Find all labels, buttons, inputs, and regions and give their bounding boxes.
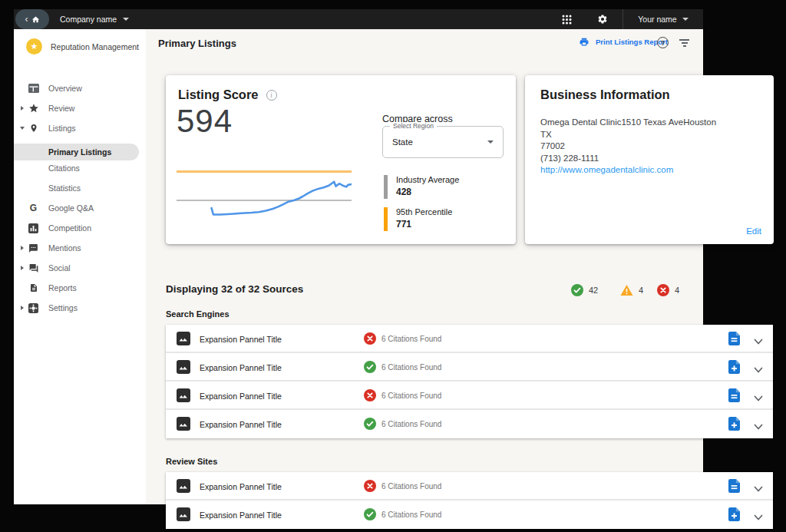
sidebar-item-statistics[interactable]: Statistics [14, 178, 146, 198]
chevron-down-icon[interactable] [754, 482, 763, 496]
legend-bar [384, 207, 388, 231]
summary-warning: 4 [620, 284, 643, 296]
document-icon [28, 282, 39, 294]
chevron-down-icon[interactable] [754, 511, 763, 524]
sidebar-item-social[interactable]: Social [14, 258, 146, 278]
document-add-icon[interactable] [728, 360, 740, 377]
sidebar-item-competition[interactable]: Competition [14, 218, 146, 238]
business-information-card: Business Information Omega Dental Clinic… [525, 75, 774, 244]
expansion-panel-title: Expansion Pannel Title [200, 482, 282, 491]
filter-icon[interactable] [679, 39, 689, 47]
sidebar: ★ Reputation Management Overview Review … [14, 29, 146, 504]
chevron-down-icon[interactable] [754, 363, 763, 377]
sidebar-item-reports[interactable]: Reports [14, 278, 146, 298]
listing-score-value: 594 [177, 103, 233, 140]
legend-label: 95th Percentile [396, 207, 452, 216]
listing-score-title: Listing Score [178, 88, 259, 101]
business-zip: 77002 [540, 140, 728, 153]
legend-industry-average: Industry Average 428 [384, 175, 459, 199]
expansion-panel[interactable]: Expansion Pannel Title 6 Citations Found [166, 501, 773, 529]
collapse-arrow-icon[interactable] [20, 127, 25, 130]
user-menu[interactable]: Your name [623, 9, 703, 29]
expansion-panel[interactable]: Expansion Pannel Title 6 Citations Found [166, 472, 773, 501]
image-icon [177, 388, 190, 405]
page: ‹ Company name Your name ★ Reputation Ma… [0, 0, 786, 532]
back-icon[interactable]: ‹ [25, 15, 28, 24]
review-sites-panel-group: Expansion Pannel Title 6 Citations Found… [166, 472, 773, 529]
legend-value: 771 [396, 219, 452, 230]
star-badge-icon: ★ [26, 38, 42, 55]
printer-icon [579, 37, 590, 47]
search-engines-panel-group: Expansion Pannel Title 6 Citations Found… [166, 325, 773, 438]
sidebar-item-label: Citations [48, 164, 80, 173]
success-icon [364, 361, 376, 376]
edit-button[interactable]: Edit [746, 226, 761, 236]
document-icon[interactable] [728, 388, 740, 405]
legend-label: Industry Average [396, 175, 459, 184]
sidebar-item-label: Overview [48, 84, 82, 93]
document-icon[interactable] [728, 332, 740, 349]
sidebar-item-overview[interactable]: Overview [14, 78, 146, 98]
sidebar-item-listings[interactable]: Listings [14, 118, 146, 138]
card-title: Listing Scorei [178, 88, 277, 102]
score-sparkline [177, 164, 352, 229]
sidebar-item-label: Google Q&A [48, 203, 94, 213]
location-pin-icon [28, 122, 39, 134]
chevron-down-icon[interactable] [754, 335, 763, 349]
chevron-down-icon[interactable] [754, 420, 763, 434]
expand-arrow-icon[interactable] [21, 246, 24, 250]
sidebar-item-mentions[interactable]: Mentions [14, 238, 146, 258]
business-info-title: Business Information [540, 88, 670, 102]
success-icon [364, 508, 376, 524]
chat-bubble-icon [28, 242, 39, 254]
error-icon [364, 480, 376, 495]
listing-score-card: Listing Scorei 594 Compare across Select… [166, 75, 516, 244]
legend-95th-percentile: 95th Percentile 771 [384, 207, 452, 231]
bar-chart-icon [28, 222, 39, 234]
business-website-link[interactable]: http://www.omegadentalclinic.com [540, 164, 728, 177]
image-icon [177, 360, 190, 377]
apps-grid-icon[interactable] [562, 15, 572, 25]
star-icon [28, 102, 39, 114]
image-icon [177, 507, 190, 524]
sidebar-item-label: Social [48, 263, 71, 273]
document-add-icon[interactable] [728, 507, 740, 524]
expand-arrow-icon[interactable] [21, 106, 24, 111]
score-trend-chart [177, 164, 352, 229]
sidebar-item-review[interactable]: Review [14, 98, 146, 118]
region-select[interactable]: Select Region State [382, 126, 504, 158]
citations-count: 6 Citations Found [381, 511, 441, 519]
chevron-down-icon [123, 18, 129, 21]
warning-count: 4 [639, 286, 643, 295]
error-count: 4 [675, 286, 679, 295]
expansion-panel[interactable]: Expansion Pannel Title 6 Citations Found [166, 410, 773, 438]
expansion-panel[interactable]: Expansion Pannel Title 6 Citations Found [166, 382, 773, 410]
top-app-bar: ‹ Company name Your name [14, 9, 703, 29]
sidebar-item-citations[interactable]: Citations [14, 158, 146, 178]
sidebar-item-label: Settings [48, 303, 78, 312]
error-icon [364, 332, 376, 348]
home-icon [31, 15, 40, 24]
help-icon[interactable]: ? [657, 37, 669, 48]
expand-arrow-icon[interactable] [21, 266, 24, 270]
company-selector[interactable]: Company name [60, 9, 129, 29]
print-listings-report-button[interactable]: Print Listings Report [579, 37, 668, 47]
expansion-panel[interactable]: Expansion Pannel Title 6 Citations Found [166, 325, 773, 353]
business-details: Omega Dental Clinic1510 Texas AveHouston… [540, 117, 728, 177]
expand-arrow-icon[interactable] [21, 306, 24, 310]
summary-success: 42 [571, 284, 598, 296]
sidebar-item-settings[interactable]: Settings [14, 298, 146, 318]
document-icon[interactable] [728, 479, 740, 496]
error-icon [657, 284, 669, 296]
info-icon[interactable]: i [266, 90, 277, 101]
settings-gear-icon[interactable] [597, 14, 608, 25]
expansion-panel-title: Expansion Pannel Title [200, 420, 282, 429]
sidebar-item-google-qa[interactable]: G Google Q&A [14, 198, 146, 218]
brand: ★ Reputation Management [26, 38, 139, 55]
expansion-panel[interactable]: Expansion Pannel Title 6 Citations Found [166, 353, 773, 382]
settings-icon [28, 302, 39, 314]
sidebar-item-label: Primary Listings [48, 147, 111, 157]
home-button[interactable]: ‹ [15, 9, 49, 29]
document-add-icon[interactable] [728, 417, 740, 434]
chevron-down-icon[interactable] [754, 392, 763, 405]
